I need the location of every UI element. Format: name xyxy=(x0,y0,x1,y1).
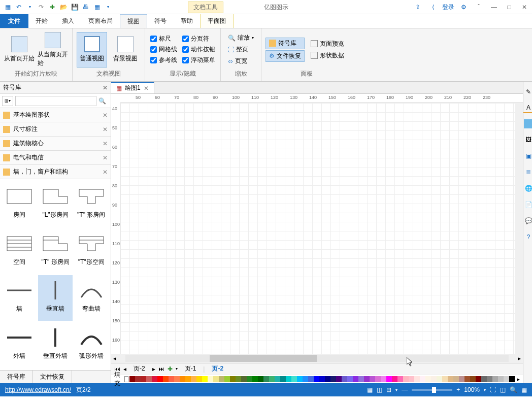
library-category[interactable]: 建筑物核心✕ xyxy=(0,137,111,151)
category-close-icon[interactable]: ✕ xyxy=(103,169,108,176)
menu-start[interactable]: 开始 xyxy=(28,14,55,28)
close-icon[interactable]: ✕ xyxy=(517,0,532,14)
page-icon[interactable]: ≣ xyxy=(523,167,532,177)
check-ruler[interactable]: 标尺 xyxy=(150,35,177,43)
login-button[interactable]: 登录 xyxy=(441,0,456,14)
shape-item[interactable]: 弧形外墙 xyxy=(74,322,109,368)
shape-item[interactable]: 弯曲墙 xyxy=(74,275,109,321)
color-swatch[interactable] xyxy=(370,376,375,382)
layer-icon[interactable]: ▣ xyxy=(523,151,532,161)
library-tab-lib[interactable]: 符号库 xyxy=(0,371,33,383)
color-swatch[interactable] xyxy=(241,376,247,382)
category-close-icon[interactable]: ✕ xyxy=(103,112,108,119)
color-swatch[interactable] xyxy=(314,376,319,382)
shape-item[interactable]: 空间 xyxy=(2,228,37,274)
check-page-break[interactable]: 分页符 xyxy=(182,35,215,43)
check-float-menu[interactable]: 浮动菜单 xyxy=(182,56,215,64)
page-add-icon[interactable]: ✚ xyxy=(168,365,173,373)
color-swatch[interactable] xyxy=(286,376,291,382)
color-swatch[interactable] xyxy=(397,376,403,382)
slide-from-current-button[interactable]: 从当前页开始 xyxy=(38,32,68,68)
shape-item[interactable]: "L"形房间 xyxy=(38,181,73,227)
color-swatch[interactable] xyxy=(196,376,202,382)
undo-icon[interactable]: ↶ xyxy=(14,3,23,12)
color-swatch[interactable] xyxy=(219,376,224,382)
category-close-icon[interactable]: ✕ xyxy=(103,126,108,133)
search-icon[interactable]: 🔍 xyxy=(98,97,109,105)
fit-width-button[interactable]: ⬄页宽 xyxy=(225,56,257,66)
social-icon[interactable]: ⟨ xyxy=(425,0,441,14)
maximize-icon[interactable]: □ xyxy=(502,0,517,14)
color-swatch[interactable] xyxy=(224,376,230,382)
ruler-horizontal[interactable]: 5060708090100110120130140150160170180190… xyxy=(120,94,523,103)
color-swatch[interactable] xyxy=(325,376,330,382)
color-swatch[interactable] xyxy=(381,376,386,382)
color-swatch[interactable] xyxy=(409,376,414,382)
library-category-dropdown[interactable]: ▥▾ xyxy=(2,96,13,106)
menu-layout[interactable]: 页面布局 xyxy=(81,14,120,28)
undo-dropdown-icon[interactable]: ▾ xyxy=(25,3,35,12)
color-swatch[interactable] xyxy=(297,376,303,382)
color-swatch[interactable] xyxy=(319,376,325,382)
page-next-icon[interactable]: ▸ xyxy=(152,365,155,373)
bg-view-button[interactable]: 背景视图 xyxy=(110,32,141,68)
settings-icon[interactable]: ⚙ xyxy=(456,0,471,14)
symbol-lib-button[interactable]: 符号库 xyxy=(265,38,305,49)
hyperlink-icon[interactable]: 🌐 xyxy=(523,183,532,193)
color-swatch[interactable] xyxy=(169,376,174,382)
view-mode-1-icon[interactable]: ▦ xyxy=(367,386,373,393)
shape-item[interactable]: 外墙 xyxy=(2,322,37,368)
no-fill-icon[interactable] xyxy=(124,376,128,382)
view-dropdown-icon[interactable]: ▾ xyxy=(395,388,397,392)
color-swatch[interactable] xyxy=(347,376,353,382)
color-swatch[interactable] xyxy=(269,376,275,382)
color-swatch[interactable] xyxy=(247,376,252,382)
new-icon[interactable]: ✚ xyxy=(48,3,57,12)
text-format-icon[interactable]: A xyxy=(523,103,532,113)
color-swatch[interactable] xyxy=(420,376,425,382)
shape-format-icon[interactable]: ✎ xyxy=(523,87,532,97)
scrollbar-vertical[interactable] xyxy=(515,103,523,354)
help-icon[interactable]: ? xyxy=(523,232,532,242)
color-swatch[interactable] xyxy=(492,376,498,382)
page-prev-icon[interactable]: ◂ xyxy=(123,365,126,373)
color-swatch[interactable] xyxy=(403,376,409,382)
theme-icon[interactable] xyxy=(524,119,532,128)
color-swatch[interactable] xyxy=(453,376,459,382)
menu-symbol[interactable]: 符号 xyxy=(147,14,174,28)
shape-item[interactable]: "T" 形房间 xyxy=(74,181,109,227)
shape-item[interactable]: 墙 xyxy=(2,275,37,321)
share-icon[interactable]: ⇪ xyxy=(410,0,425,14)
color-swatch[interactable] xyxy=(487,376,492,382)
color-swatch[interactable] xyxy=(386,376,392,382)
collapse-ribbon-icon[interactable]: ˆ xyxy=(471,0,486,14)
library-close-icon[interactable]: ✕ xyxy=(103,84,108,91)
menu-context-floor-plan[interactable]: 平面图 xyxy=(200,14,234,28)
shape-data-button[interactable]: 形状数据 xyxy=(308,50,347,61)
shape-item[interactable]: 垂直墙 xyxy=(38,275,73,321)
fit-icon-3[interactable]: 🔍 xyxy=(510,386,517,393)
normal-view-button[interactable]: 普通视图 xyxy=(77,32,107,68)
save-icon[interactable]: 💾 xyxy=(70,3,79,12)
qat-dropdown-icon[interactable]: ▾ xyxy=(104,3,113,12)
color-swatch[interactable] xyxy=(442,376,448,382)
color-swatch[interactable] xyxy=(230,376,236,382)
color-swatch[interactable] xyxy=(414,376,420,382)
check-guides[interactable]: 参考线 xyxy=(150,56,177,64)
menu-help[interactable]: 帮助 xyxy=(174,14,200,28)
color-swatch[interactable] xyxy=(504,376,509,382)
color-swatch[interactable] xyxy=(129,376,135,382)
color-swatch[interactable] xyxy=(191,376,196,382)
export-icon[interactable]: ▦ xyxy=(92,3,102,12)
color-swatch[interactable] xyxy=(375,376,381,382)
color-swatch[interactable] xyxy=(330,376,336,382)
document-tab-close-icon[interactable]: ✕ xyxy=(144,85,149,92)
color-swatch[interactable] xyxy=(152,376,157,382)
page-tab-2[interactable]: 页-2 xyxy=(208,364,227,373)
color-swatch[interactable] xyxy=(481,376,487,382)
page-last-icon[interactable]: ⏭ xyxy=(158,365,164,373)
zoom-out-icon[interactable]: — xyxy=(402,386,408,393)
open-icon[interactable]: 📂 xyxy=(59,3,68,12)
color-swatch[interactable] xyxy=(135,376,141,382)
category-close-icon[interactable]: ✕ xyxy=(103,140,108,147)
